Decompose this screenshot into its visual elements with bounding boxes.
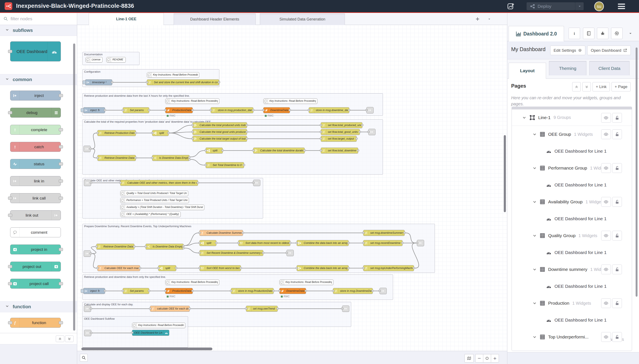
input-port[interactable] — [164, 290, 167, 292]
tab-theming[interactable]: Theming — [549, 61, 586, 76]
tree-row-group[interactable]: Availability Group1 Widgets — [512, 194, 632, 210]
tree-row-group[interactable]: Production1 Widgets — [512, 295, 632, 312]
output-port[interactable] — [289, 109, 291, 111]
tree-row-widget[interactable]: OEE Dashboard for Line 1 — [512, 278, 632, 295]
output-port[interactable] — [289, 242, 291, 244]
input-port[interactable] — [205, 164, 207, 166]
palette-node-link-in[interactable]: link in — [10, 176, 61, 186]
palette-section-common[interactable]: common — [0, 74, 77, 85]
output-port[interactable] — [135, 132, 137, 134]
collapse-all-button[interactable] — [572, 82, 581, 92]
input-port[interactable] — [151, 157, 153, 159]
input-port[interactable] — [151, 132, 153, 134]
flow-node-comment[interactable]: Key Instructions: Read Before Proceeding — [263, 98, 317, 104]
chevron-down-icon[interactable] — [532, 301, 537, 306]
input-port[interactable] — [285, 252, 288, 254]
input-port[interactable] — [278, 290, 281, 292]
output-port[interactable] — [148, 109, 150, 111]
input-port[interactable] — [205, 150, 207, 152]
lock-toggle-button[interactable] — [612, 332, 622, 342]
flow-node-change[interactable]: store in msg.DowntimeData — [333, 288, 373, 294]
tree-row-widget[interactable]: OEE Dashboard for Line 1 — [512, 143, 632, 160]
output-port[interactable] — [135, 157, 137, 159]
output-port[interactable] — [243, 164, 245, 166]
node-input-port[interactable] — [8, 111, 12, 114]
add-page-button[interactable]: + Page — [611, 82, 630, 92]
output-port[interactable] — [111, 81, 113, 83]
input-port[interactable] — [149, 308, 151, 310]
node-input-port[interactable] — [8, 50, 12, 53]
output-port[interactable] — [347, 242, 350, 244]
flow-node-change[interactable]: store in msg.downtime_data — [309, 107, 349, 113]
sidebar-options-caret[interactable] — [626, 28, 635, 39]
output-port[interactable] — [359, 131, 361, 133]
output-port-2[interactable] — [188, 158, 191, 160]
flow-node-sort[interactable]: Sort data from most recent to oldest — [238, 240, 290, 246]
output-port[interactable] — [347, 267, 350, 269]
node-output-port[interactable] — [59, 145, 63, 148]
flow-node-split[interactable]: split — [199, 240, 216, 246]
palette-node-inject[interactable]: inject — [10, 90, 61, 100]
flow-node-change[interactable]: set msg.downtimeSummery — [363, 230, 405, 236]
tree-row-widget[interactable]: OEE Dashboard for Line 1 — [512, 176, 632, 194]
lock-toggle-button[interactable] — [612, 231, 622, 240]
flow-node-comment[interactable]: Performance = Total Produced Units / Tot… — [120, 198, 189, 203]
flow-node-influx[interactable]: ProductionDataRWC — [165, 288, 193, 294]
output-port[interactable] — [221, 150, 224, 152]
output-port[interactable] — [372, 290, 374, 292]
main-menu-icon[interactable] — [618, 4, 625, 9]
flow-node-linkout[interactable] — [368, 129, 376, 135]
lock-toggle-button[interactable] — [612, 298, 622, 308]
visibility-toggle-button[interactable] — [601, 113, 611, 123]
tree-row-group[interactable]: Performance Group1 Widgets — [512, 160, 632, 176]
expand-all-categories-button[interactable] — [65, 336, 74, 342]
input-port[interactable] — [362, 267, 365, 269]
input-port[interactable] — [262, 109, 264, 111]
node-input-port[interactable] — [8, 196, 12, 200]
flow-node-change[interactable]: Retrieve Production Data — [97, 130, 136, 136]
input-port[interactable] — [191, 131, 194, 133]
tree-row-group[interactable]: Quality Group1 Widgets — [512, 227, 632, 244]
edit-settings-button[interactable]: Edit Settings — [550, 46, 585, 55]
output-port[interactable] — [401, 242, 404, 244]
tree-row-widget[interactable]: OEE Dashboard for Line 1 — [512, 244, 632, 261]
input-port[interactable] — [365, 109, 368, 111]
flow-node-change[interactable]: Retrieve Downtime Data — [96, 244, 134, 250]
output-port-1[interactable] — [188, 156, 191, 158]
flow-node-comment[interactable]: OEE = (Availability) * (Performance) * (… — [120, 212, 181, 217]
input-port[interactable] — [308, 109, 310, 111]
flow-node-change[interactable]: Set Recent Downtime & Downtime summery t… — [199, 250, 263, 256]
output-port[interactable] — [403, 232, 406, 234]
input-port[interactable] — [320, 131, 322, 133]
output-port[interactable] — [90, 182, 92, 184]
output-port[interactable] — [348, 109, 350, 111]
flow-node-calc[interactable]: Calculate the total downtime duration — [253, 148, 305, 154]
input-port[interactable] — [230, 290, 232, 292]
output-port[interactable] — [148, 290, 150, 292]
input-port[interactable] — [362, 242, 365, 244]
node-output-port[interactable] — [59, 196, 63, 200]
input-port[interactable] — [341, 308, 343, 310]
lock-toggle-button[interactable] — [612, 197, 622, 207]
chevron-down-icon[interactable] — [532, 132, 537, 136]
output-port[interactable] — [357, 150, 359, 152]
output-port[interactable] — [252, 109, 254, 111]
output-port[interactable] — [246, 131, 248, 133]
output-port[interactable] — [175, 267, 177, 269]
chevron-down-icon[interactable] — [532, 166, 537, 170]
flow-node-change[interactable]: set msg.topUnderPerformingMachines — [363, 265, 414, 271]
palette-section-function[interactable]: function — [0, 301, 77, 312]
output-port[interactable] — [191, 290, 194, 292]
canvas-search-button[interactable] — [80, 354, 88, 362]
input-port[interactable] — [131, 332, 133, 334]
input-port[interactable] — [198, 267, 201, 269]
input-port[interactable] — [362, 232, 365, 234]
chevron-down-icon[interactable] — [532, 200, 537, 204]
flow-node-linkout[interactable] — [253, 180, 260, 186]
output-port[interactable] — [240, 267, 242, 269]
palette-filter-input[interactable] — [10, 16, 69, 22]
flow-node-linkout[interactable] — [342, 306, 349, 312]
inject-button[interactable] — [81, 289, 84, 293]
output-port[interactable] — [246, 138, 248, 140]
output-port[interactable] — [191, 109, 194, 111]
